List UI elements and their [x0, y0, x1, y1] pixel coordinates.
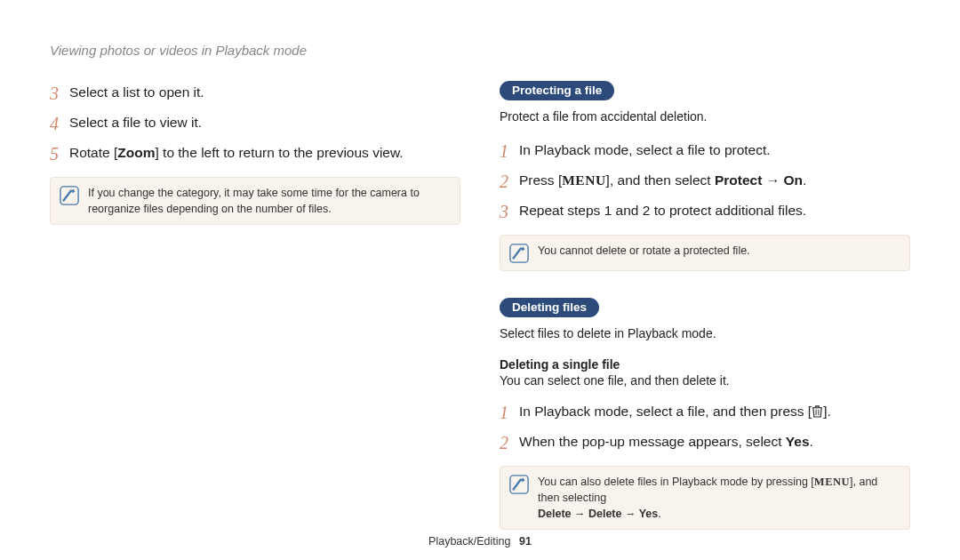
- text-part: .: [803, 172, 806, 188]
- step-text: When the pop-up message appears, select …: [519, 430, 813, 452]
- step-number: 2: [500, 169, 519, 194]
- page-number: 91: [519, 535, 532, 548]
- protect-label: Protect: [715, 172, 762, 188]
- step-text: Rotate [Zoom] to the left to return to t…: [69, 141, 404, 164]
- step-number: 2: [500, 430, 519, 455]
- step-number: 3: [500, 199, 519, 224]
- note-icon: [509, 244, 529, 263]
- note-text: You can also delete files in Playback mo…: [538, 474, 900, 522]
- text-part: When the pop-up message appears, select: [519, 434, 786, 449]
- svg-rect-0: [60, 187, 78, 204]
- section-protecting: Protecting a file Protect a file from ac…: [500, 81, 910, 271]
- footer-section: Playback/Editing: [428, 535, 510, 548]
- text-part: Rotate [: [69, 145, 117, 160]
- page-title: Viewing photos or videos in Playback mod…: [50, 43, 910, 58]
- step-4: 4 Select a file to view it.: [50, 111, 460, 136]
- subheading: Deleting a single file: [500, 357, 910, 372]
- subheading-desc: You can select one file, and then delete…: [500, 373, 910, 388]
- text-part: Press [: [519, 172, 562, 188]
- protect-step-1: 1 In Playback mode, select a file to pro…: [500, 139, 910, 164]
- note-text: If you change the category, it may take …: [88, 185, 451, 217]
- svg-rect-4: [510, 476, 528, 493]
- note-icon: [509, 475, 529, 494]
- step-number: 1: [500, 139, 519, 164]
- step-text: Repeat steps 1 and 2 to protect addition…: [519, 199, 806, 221]
- note-box: You cannot delete or rotate a protected …: [500, 235, 910, 271]
- step-number: 3: [50, 81, 69, 106]
- text-part: ].: [823, 404, 831, 419]
- text-part: ], and then select: [606, 172, 715, 188]
- content-columns: 3 Select a list to open it. 4 Select a f…: [50, 81, 910, 530]
- section-desc: Protect a file from accidental deletion.: [500, 108, 910, 126]
- protect-step-2: 2 Press [MENU], and then select Protect …: [500, 169, 910, 194]
- note-box: You can also delete files in Playback mo…: [500, 466, 910, 530]
- step-number: 5: [50, 141, 69, 166]
- section-desc: Select files to delete in Playback mode.: [500, 324, 910, 343]
- step-text: Select a file to view it.: [69, 111, 202, 133]
- protect-step-3: 3 Repeat steps 1 and 2 to protect additi…: [500, 199, 910, 224]
- trash-icon: [812, 404, 823, 419]
- text-part: .: [810, 434, 813, 449]
- text-part: You can also delete files in Playback mo…: [538, 476, 814, 488]
- step-3: 3 Select a list to open it.: [50, 81, 460, 106]
- text-part: .: [658, 508, 660, 520]
- pill-protecting: Protecting a file: [500, 81, 614, 100]
- svg-rect-1: [510, 244, 528, 262]
- step-text: In Playback mode, select a file to prote…: [519, 139, 771, 161]
- step-text: In Playback mode, select a file, and the…: [519, 400, 831, 422]
- delete-path-label: Delete → Delete → Yes: [538, 508, 658, 520]
- section-deleting: Deleting files Select files to delete in…: [500, 298, 910, 530]
- pill-deleting: Deleting files: [500, 298, 599, 317]
- page-footer: Playback/Editing 91: [0, 535, 960, 548]
- text-part: ] to the left to return to the previous …: [155, 145, 403, 160]
- on-label: On: [783, 172, 803, 188]
- right-column: Protecting a file Protect a file from ac…: [500, 81, 910, 530]
- note-icon: [60, 186, 79, 205]
- yes-label: Yes: [786, 434, 810, 449]
- note-text: You cannot delete or rotate a protected …: [538, 243, 750, 259]
- menu-button-label: MENU: [562, 172, 605, 188]
- text-part: In Playback mode, select a file, and the…: [519, 404, 812, 419]
- note-box: If you change the category, it may take …: [50, 177, 460, 225]
- delete-step-2: 2 When the pop-up message appears, selec…: [500, 430, 910, 455]
- delete-step-1: 1 In Playback mode, select a file, and t…: [500, 400, 910, 425]
- left-column: 3 Select a list to open it. 4 Select a f…: [50, 81, 460, 530]
- step-number: 1: [500, 400, 519, 425]
- zoom-label: Zoom: [117, 145, 155, 160]
- arrow-icon: →: [762, 172, 783, 188]
- menu-button-label: MENU: [814, 476, 850, 488]
- step-number: 4: [50, 111, 69, 136]
- step-5: 5 Rotate [Zoom] to the left to return to…: [50, 141, 460, 166]
- step-text: Select a list to open it.: [69, 81, 204, 103]
- step-text: Press [MENU], and then select Protect → …: [519, 169, 806, 191]
